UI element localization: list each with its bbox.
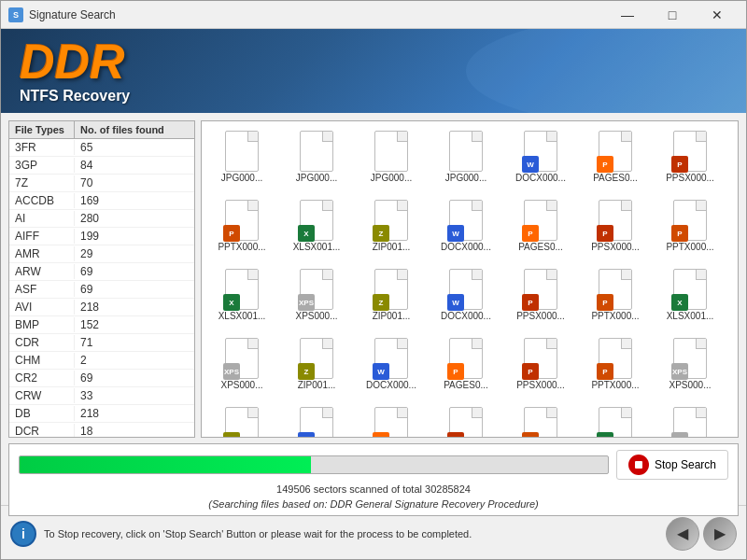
file-item[interactable]: XPS XPS000... [205,332,278,399]
file-item[interactable]: JPG000... [280,125,353,192]
file-count-cell: 218 [75,300,194,315]
file-item[interactable]: W DOCX000... [280,401,353,438]
file-row[interactable]: 3GP84 [9,157,194,175]
file-item[interactable]: P PAGES0... [430,332,502,399]
file-types-panel: File Types No. of files found 3FR653GP84… [8,120,195,438]
file-row[interactable]: AIFF199 [9,228,194,245]
file-icon: XPS [298,268,335,311]
file-badge: Z [373,294,389,311]
file-row[interactable]: ARW69 [9,263,194,281]
window-title: Signature Search [29,8,606,21]
file-badge: P [597,363,613,380]
file-item[interactable]: XPS XPS000... [654,332,726,399]
file-type-cell: CR2 [9,371,75,385]
file-label: DOCX000... [506,173,575,183]
file-row[interactable]: CR269 [9,370,194,387]
files-grid-panel[interactable]: JPG000... JPG000... JPG000... JPG000... … [201,120,739,438]
file-row[interactable]: DCR18 [9,423,194,437]
file-icon: P [597,268,634,311]
file-count-cell: 199 [75,229,194,244]
file-item[interactable]: P PPSX000... [579,194,652,261]
file-row[interactable]: 7Z70 [9,175,194,192]
file-badge: P [671,156,688,173]
file-item[interactable]: XPS XPS000... [280,263,353,330]
stop-search-button[interactable]: Stop Search [616,450,728,480]
file-item[interactable]: X XLSX001... [205,263,278,330]
file-item[interactable]: P PPSX000... [430,401,502,438]
subtitle-text: NTFS Recovery [20,88,130,105]
file-item[interactable]: W DOCX000... [355,332,428,399]
info-icon: i [10,521,36,547]
file-type-cell: ACCDB [9,193,75,208]
file-icon: XPS [223,337,261,380]
file-types-body[interactable]: 3FR653GP847Z70ACCDB169AI280AIFF199AMR29A… [9,139,194,437]
file-item[interactable]: P PPTX000... [504,401,577,438]
file-item[interactable]: W DOCX000... [430,194,502,261]
file-icon: X [223,268,261,311]
maximize-button[interactable]: □ [651,1,694,29]
file-item[interactable]: W DOCX000... [504,125,577,192]
file-item[interactable]: X XLSX001... [280,194,353,261]
file-item[interactable]: P PAGES0... [355,401,428,438]
file-row[interactable]: ACCDB169 [9,192,194,210]
file-label: PAGES0... [581,173,650,183]
file-item[interactable]: P PPSX000... [504,263,577,330]
file-item[interactable]: Z ZIP001... [355,194,428,261]
file-icon: P [671,130,709,173]
file-icon-base [374,131,408,172]
file-item[interactable]: X XLSX001... [579,401,652,438]
file-row[interactable]: ASF69 [9,281,194,299]
file-item[interactable]: XPS XPS000... [654,401,726,438]
close-button[interactable]: ✕ [696,1,739,29]
file-row[interactable]: CRW33 [9,387,194,405]
file-item[interactable]: P PAGES0... [579,125,652,192]
file-item[interactable]: P PPTX000... [579,263,652,330]
stop-icon [628,455,649,475]
file-item[interactable]: P PPTX000... [579,332,652,399]
file-item[interactable]: P PPSX000... [654,125,726,192]
file-label: PAGES0... [431,380,500,390]
file-count-cell: 69 [75,264,194,279]
file-item[interactable]: Z ZIP001... [280,332,353,399]
file-type-cell: ASF [9,282,75,297]
file-item[interactable]: Z ZIP001... [205,401,278,438]
file-row[interactable]: AVI218 [9,299,194,316]
file-row[interactable]: 3FR65 [9,139,194,157]
file-label: PPSX000... [581,242,650,252]
file-icon: P [447,406,485,438]
file-icon: P [522,337,559,380]
status-text: To Stop recovery, click on 'Stop Search'… [44,528,658,539]
file-row[interactable]: BMP152 [9,316,194,334]
file-item[interactable]: JPG000... [205,125,278,192]
file-item[interactable]: P PAGES0... [504,194,577,261]
main-content: File Types No. of files found 3FR653GP84… [1,113,746,505]
file-row[interactable]: AMR29 [9,245,194,263]
file-badge: P [447,363,464,380]
file-type-cell: 3GP [9,158,75,173]
file-count-cell: 29 [75,246,194,261]
back-button[interactable]: ◀ [666,517,699,551]
file-icon: P [597,337,634,380]
file-row[interactable]: DB218 [9,405,194,423]
file-icon: P [522,199,559,242]
file-badge: P [373,432,389,438]
search-info: (Searching files based on: DDR General S… [19,498,728,510]
file-badge: XPS [671,363,688,380]
file-row[interactable]: CHM2 [9,352,194,370]
file-item[interactable]: P PPTX000... [654,194,726,261]
file-badge: P [522,225,539,242]
forward-button[interactable]: ▶ [703,517,737,551]
file-item[interactable]: W DOCX000... [430,263,502,330]
file-item[interactable]: Z ZIP001... [355,263,428,330]
file-count-cell: 152 [75,317,194,332]
file-row[interactable]: CDR71 [9,334,194,352]
minimize-button[interactable]: — [606,1,649,29]
file-row[interactable]: AI280 [9,210,194,228]
file-item[interactable]: P PPTX000... [205,194,278,261]
file-item[interactable]: JPG000... [355,125,428,192]
file-item[interactable]: P PPSX000... [504,332,577,399]
file-icon-base [449,131,483,172]
file-label: ZIP001... [357,242,426,252]
file-item[interactable]: X XLSX001... [654,263,726,330]
file-item[interactable]: JPG000... [430,125,502,192]
